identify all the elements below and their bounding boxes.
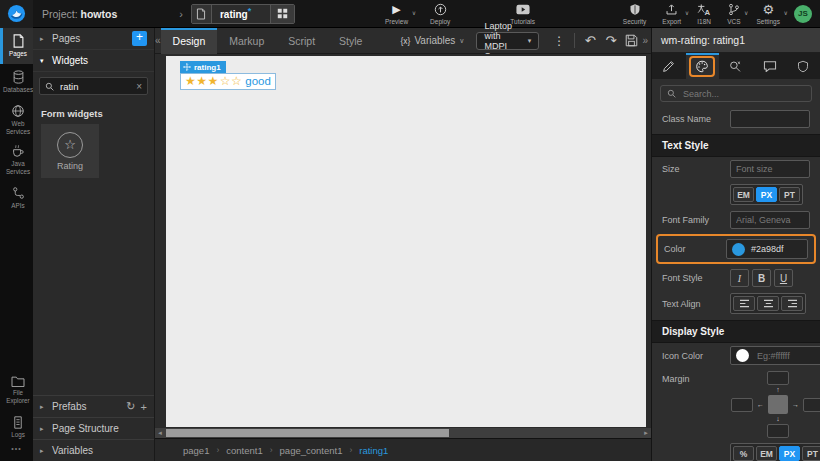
- export-icon: [665, 3, 678, 16]
- margin-unit-px-button[interactable]: PX: [779, 446, 800, 461]
- more-menu-icon[interactable]: ⋮: [549, 34, 569, 48]
- undo-button[interactable]: ↶: [580, 33, 601, 48]
- rail-item-databases[interactable]: Databases: [0, 64, 33, 100]
- tab-design[interactable]: Design: [161, 28, 218, 54]
- tab-styles[interactable]: [686, 53, 720, 79]
- save-button[interactable]: [621, 34, 642, 47]
- margin-left-input[interactable]: [731, 398, 753, 412]
- sidebar-section-prefabs[interactable]: ▸ Prefabs ↻ +: [33, 395, 154, 417]
- breadcrumb-item[interactable]: page1: [183, 445, 209, 456]
- margin-top-input[interactable]: [767, 371, 789, 385]
- clear-search-icon[interactable]: ×: [136, 81, 142, 92]
- margin-unit-group: % EM PX PT: [730, 443, 820, 461]
- widget-selection-tag[interactable]: rating1: [180, 61, 226, 73]
- bold-button[interactable]: B: [752, 269, 771, 287]
- rail-item-file-explorer[interactable]: File Explorer: [0, 371, 33, 409]
- unit-px-button[interactable]: PX: [756, 187, 777, 202]
- sidebar-section-widgets[interactable]: ▾ Widgets: [33, 50, 154, 72]
- preview-button[interactable]: ▶ Preview ∨: [383, 3, 410, 25]
- scrollbar-thumb[interactable]: [166, 429, 449, 437]
- italic-button[interactable]: I: [730, 269, 749, 287]
- variables-button[interactable]: {x} Variables ∨: [400, 35, 464, 46]
- breadcrumb-item-active[interactable]: rating1: [359, 445, 388, 456]
- tab-style[interactable]: Style: [327, 28, 374, 54]
- font-family-row: Font Family: [652, 208, 820, 232]
- add-page-button[interactable]: +: [132, 31, 147, 46]
- rating-stars-filled[interactable]: ★★★: [185, 74, 219, 88]
- margin-unit-em-button[interactable]: EM: [756, 446, 777, 461]
- tri-right-icon: ▸: [40, 403, 47, 411]
- tab-search-properties[interactable]: [719, 53, 753, 79]
- rating-widget[interactable]: ★★★ ☆☆ good: [180, 73, 276, 90]
- scroll-right-icon[interactable]: ►: [641, 428, 651, 438]
- i18n-button[interactable]: A I18N: [695, 3, 713, 25]
- settings-button[interactable]: ⚙ Settings ∨: [755, 3, 783, 25]
- align-left-button[interactable]: [733, 296, 755, 311]
- font-family-input[interactable]: [730, 211, 810, 229]
- tab-markup[interactable]: Markup: [217, 28, 276, 54]
- rating-widget-tile[interactable]: ☆ Rating: [41, 124, 99, 178]
- tab-events[interactable]: [753, 53, 787, 79]
- sidebar-section-variables[interactable]: ▸ Variables: [33, 439, 154, 461]
- align-center-button[interactable]: [757, 296, 779, 311]
- tab-security[interactable]: [786, 53, 820, 79]
- class-name-input[interactable]: [730, 110, 810, 128]
- rail-item-apis[interactable]: APIs: [0, 179, 33, 215]
- device-selector[interactable]: Laptop with MDPI Screen ▾: [476, 32, 539, 50]
- tab-script[interactable]: Script: [276, 28, 327, 54]
- margin-right-input[interactable]: [803, 398, 820, 412]
- grid-view-icon[interactable]: [270, 4, 294, 24]
- modified-indicator: *: [248, 6, 252, 16]
- search-remove-icon: [729, 60, 742, 73]
- rail-item-web-services[interactable]: Web Services: [0, 100, 33, 140]
- add-prefab-icon[interactable]: +: [141, 401, 147, 413]
- breadcrumb-separator: ›: [270, 445, 273, 455]
- rail-more-icon[interactable]: •••: [0, 445, 33, 461]
- page-icon: [192, 4, 212, 24]
- rating-stars-empty[interactable]: ☆☆: [220, 74, 243, 88]
- save-icon: [625, 34, 638, 47]
- breadcrumb-item[interactable]: page_content1: [280, 445, 343, 456]
- star-circle-icon: ☆: [57, 132, 83, 158]
- tutorials-button[interactable]: Tutorials: [508, 3, 537, 25]
- rail-item-pages[interactable]: Pages: [0, 28, 33, 64]
- rail-item-logs[interactable]: Logs: [0, 409, 33, 445]
- icon-color-input[interactable]: [755, 350, 820, 362]
- icon-color-swatch[interactable]: [736, 349, 749, 362]
- page-canvas[interactable]: rating1 ★★★ ☆☆ good: [166, 56, 646, 427]
- underline-button[interactable]: U: [774, 269, 793, 287]
- text-color-picker[interactable]: #2a98df: [726, 239, 808, 259]
- font-size-input[interactable]: [730, 160, 810, 178]
- panel-content: Class Name Text Style Size EM PX PT: [652, 79, 820, 461]
- widget-search-input[interactable]: [58, 80, 132, 93]
- user-avatar[interactable]: JS: [794, 5, 812, 23]
- wavemaker-logo-icon[interactable]: [0, 0, 33, 28]
- security-button[interactable]: Security: [621, 3, 648, 25]
- page-tab-rating[interactable]: rating*: [191, 4, 295, 24]
- rail-item-java-services[interactable]: Java Services: [0, 140, 33, 180]
- tab-properties[interactable]: [652, 53, 686, 79]
- margin-unit-percent-button[interactable]: %: [733, 446, 754, 461]
- refresh-icon[interactable]: ↻: [126, 400, 135, 413]
- breadcrumb-separator: ›: [349, 445, 352, 455]
- property-search-input[interactable]: [681, 88, 805, 100]
- scroll-left-icon[interactable]: ◄: [155, 428, 165, 438]
- tri-right-icon: ▸: [40, 425, 47, 433]
- sidebar-section-page-structure[interactable]: ▸ Page Structure: [33, 417, 154, 439]
- align-right-button[interactable]: [781, 296, 803, 311]
- deploy-button[interactable]: Deploy: [428, 3, 452, 25]
- margin-bottom-input[interactable]: [767, 424, 789, 438]
- icon-color-picker[interactable]: [730, 346, 820, 365]
- breadcrumb-item[interactable]: content1: [226, 445, 262, 456]
- margin-unit-pt-button[interactable]: PT: [802, 446, 820, 461]
- sidebar-section-pages[interactable]: ▸ Pages +: [33, 28, 154, 50]
- unit-pt-button[interactable]: PT: [779, 187, 800, 202]
- unit-em-button[interactable]: EM: [733, 187, 754, 202]
- property-search-box: [660, 85, 812, 102]
- vcs-button[interactable]: VCS ∨: [725, 3, 742, 25]
- export-button[interactable]: Export ∨: [660, 3, 683, 25]
- color-swatch[interactable]: [732, 243, 745, 256]
- expand-right-icon[interactable]: »: [642, 35, 648, 46]
- horizontal-scrollbar[interactable]: ◄ ►: [155, 427, 651, 438]
- redo-button[interactable]: ↷: [601, 33, 622, 48]
